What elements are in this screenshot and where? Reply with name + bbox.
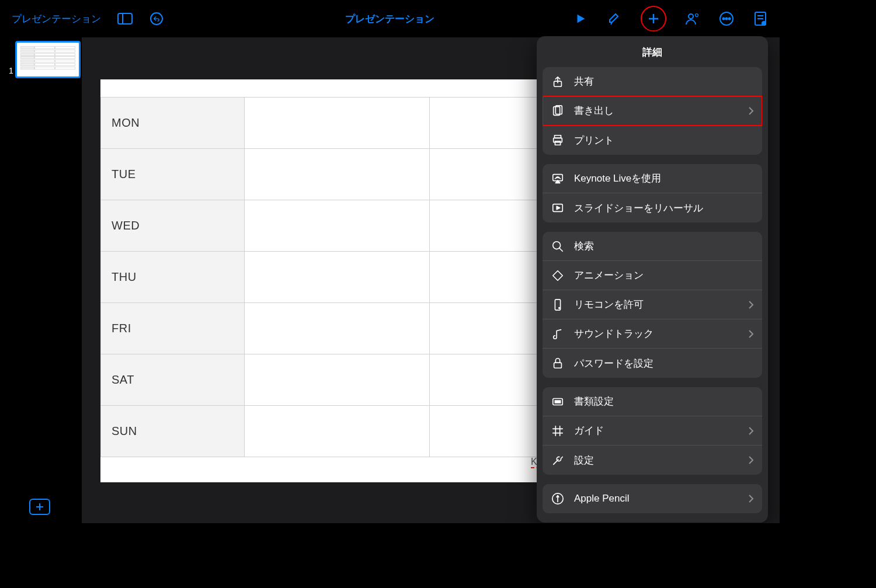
menu-group: 共有書き出しプリント (543, 67, 762, 155)
chevron-right-icon (748, 300, 754, 309)
menu-item-label: サウンドトラック (574, 327, 748, 340)
note-icon (551, 327, 565, 341)
chevron-right-icon (748, 455, 754, 465)
day-label[interactable]: WED (101, 200, 245, 252)
day-label[interactable]: TUE (101, 149, 245, 200)
menu-item-guides[interactable]: ガイド (543, 416, 762, 446)
day-label[interactable]: FRI (101, 303, 245, 354)
doc-icon (551, 395, 565, 409)
chevron-right-icon (748, 106, 754, 116)
menu-item-doc-settings[interactable]: 書類設定 (543, 387, 762, 416)
day-label[interactable]: SAT (101, 354, 245, 406)
svg-point-5 (689, 14, 693, 19)
menu-item-share[interactable]: 共有 (543, 67, 762, 96)
menu-item-label: 検索 (574, 239, 754, 253)
wrench-icon (551, 453, 565, 467)
search-icon (551, 239, 565, 253)
table-cell[interactable] (245, 354, 429, 406)
table-cell[interactable] (245, 406, 429, 457)
lock-icon (551, 356, 565, 370)
svg-rect-31 (555, 400, 561, 403)
table-cell[interactable] (245, 200, 429, 252)
menu-group: 書類設定ガイド設定 (543, 387, 762, 475)
menu-item-password[interactable]: パスワードを設定 (543, 349, 762, 378)
menu-item-rehearse[interactable]: スライドショーをリハーサル (543, 193, 762, 222)
sidebar-toggle-icon[interactable] (117, 11, 133, 26)
pencil-icon (551, 492, 565, 506)
menu-item-soundtrack[interactable]: サウンドトラック (543, 319, 762, 349)
add-slide-button[interactable] (29, 499, 50, 515)
menu-item-label: プリント (574, 134, 754, 147)
chevron-right-icon (748, 494, 754, 503)
menu-item-label: アニメーション (574, 269, 754, 282)
svg-point-8 (723, 18, 725, 20)
more-menu-popover: 詳細 共有書き出しプリントKeynote Liveを使用スライドショーをリハーサ… (537, 36, 768, 523)
menu-item-search[interactable]: 検索 (543, 232, 762, 261)
slide-thumbnail[interactable]: 1 (15, 41, 81, 78)
svg-rect-0 (118, 13, 132, 24)
menu-item-keynote-live[interactable]: Keynote Liveを使用 (543, 164, 762, 193)
menu-item-animation[interactable]: アニメーション (543, 261, 762, 290)
menu-item-apple-pencil[interactable]: Apple Pencil (543, 484, 762, 513)
diamond-icon (551, 269, 565, 283)
svg-point-14 (762, 21, 766, 26)
menu-group: Apple Pencil (543, 484, 762, 513)
collaborate-icon[interactable] (685, 11, 700, 26)
chevron-right-icon (748, 426, 754, 436)
menu-item-label: 設定 (574, 454, 748, 467)
menu-item-settings[interactable]: 設定 (543, 446, 762, 475)
chevron-right-icon (748, 329, 754, 339)
svg-rect-29 (554, 363, 562, 368)
menu-group: 検索アニメーションリモコンを許可サウンドトラックパスワードを設定 (543, 232, 762, 378)
slide-navigator: 1 (0, 37, 82, 523)
svg-point-9 (726, 18, 728, 20)
svg-line-26 (559, 248, 563, 251)
table-cell[interactable] (245, 98, 429, 149)
airplay-icon (551, 172, 565, 186)
top-toolbar: プレゼンテーション プレゼンテーション (0, 0, 780, 37)
export-icon (551, 104, 565, 118)
menu-item-label: パスワードを設定 (574, 357, 754, 370)
popover-title: 詳細 (537, 36, 768, 67)
day-label[interactable]: SUN (101, 406, 245, 457)
slide-number: 1 (9, 66, 13, 75)
back-button[interactable]: プレゼンテーション (12, 12, 101, 26)
svg-point-28 (558, 307, 561, 309)
menu-item-label: リモコンを許可 (574, 298, 748, 311)
add-icon[interactable] (641, 6, 666, 32)
document-title[interactable]: プレゼンテーション (345, 12, 434, 26)
document-menu-icon[interactable] (753, 11, 768, 26)
menu-item-label: Apple Pencil (574, 493, 748, 505)
playbox-icon (551, 201, 565, 215)
day-label[interactable]: MON (101, 98, 245, 149)
menu-item-print[interactable]: プリント (543, 126, 762, 155)
svg-point-10 (729, 18, 731, 20)
table-cell[interactable] (245, 252, 429, 303)
menu-item-label: ガイド (574, 424, 748, 437)
format-brush-icon[interactable] (607, 11, 622, 26)
menu-item-remote[interactable]: リモコンを許可 (543, 290, 762, 319)
print-icon (551, 133, 565, 147)
undo-icon[interactable] (149, 11, 164, 26)
table-cell[interactable] (245, 149, 429, 200)
svg-rect-22 (555, 141, 560, 145)
grid-icon (551, 424, 565, 438)
menu-item-label: 書類設定 (574, 395, 754, 408)
play-icon[interactable] (573, 11, 588, 26)
menu-item-label: 書き出し (574, 104, 748, 117)
menu-item-label: スライドショーをリハーサル (574, 201, 754, 215)
menu-group: Keynote Liveを使用スライドショーをリハーサル (543, 164, 762, 222)
menu-item-label: Keynote Liveを使用 (574, 172, 754, 185)
table-cell[interactable] (245, 303, 429, 354)
more-icon[interactable] (719, 11, 734, 26)
share-icon (551, 75, 565, 89)
phone-icon (551, 298, 565, 312)
menu-item-label: 共有 (574, 75, 754, 88)
menu-item-export[interactable]: 書き出し (543, 96, 762, 126)
day-label[interactable]: THU (101, 252, 245, 303)
